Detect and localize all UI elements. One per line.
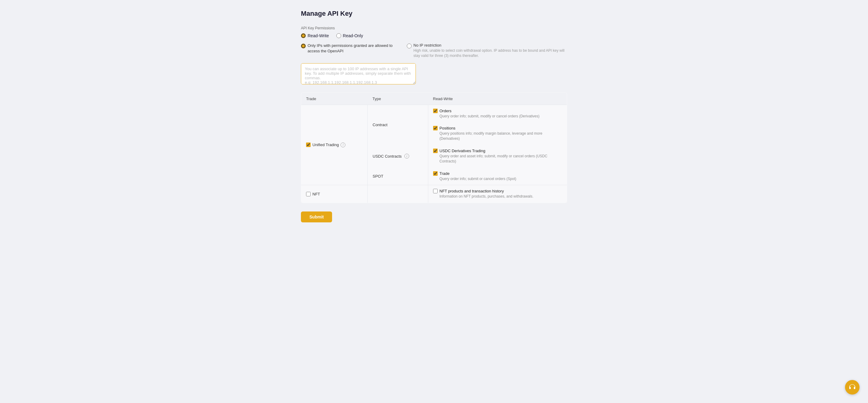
- only-ips-label: Only IPs with permissions granted are al…: [308, 43, 395, 54]
- only-ips-radio[interactable]: [301, 43, 306, 49]
- trade-checkbox-nft[interactable]: [306, 192, 311, 196]
- perm-desc: Query positions info; modify margin bala…: [439, 131, 562, 141]
- read-write-radio[interactable]: [301, 33, 306, 38]
- permission-item: OrdersQuery order info; submit, modify o…: [433, 108, 562, 119]
- submit-button[interactable]: Submit: [301, 212, 332, 222]
- perm-checkbox-trade[interactable]: [433, 171, 438, 176]
- perm-name: NFT products and transaction history: [439, 189, 504, 193]
- read-only-label: Read-Only: [343, 33, 363, 38]
- read-only-option[interactable]: Read-Only: [336, 33, 363, 38]
- no-ip-label: No IP restriction: [413, 43, 567, 48]
- info-icon[interactable]: i: [341, 143, 345, 147]
- ip-textarea[interactable]: [301, 63, 416, 85]
- perm-desc: Information on NFT products, purchases, …: [439, 194, 562, 199]
- perm-name: Positions: [439, 126, 456, 130]
- api-permissions-section: API Key Permissions Read-Write Read-Only…: [301, 26, 567, 93]
- permissions-table: Trade Type Read-Write Unified TradingiCo…: [301, 93, 567, 203]
- permission-item: TradeQuery order info; submit or cancel …: [433, 171, 562, 182]
- perm-checkbox-positions[interactable]: [433, 126, 438, 130]
- page-title: Manage API Key: [301, 10, 567, 18]
- permission-item: NFT products and transaction historyInfo…: [433, 189, 562, 199]
- permission-item: USDC Derivatives TradingQuery order and …: [433, 149, 562, 164]
- read-only-radio[interactable]: [336, 33, 341, 38]
- permission-type-group: Read-Write Read-Only: [301, 33, 567, 38]
- permission-item: PositionsQuery positions info; modify ma…: [433, 126, 562, 141]
- col-trade: Trade: [301, 93, 368, 105]
- perm-desc: Query order and asset info; submit, modi…: [439, 154, 562, 164]
- read-write-option[interactable]: Read-Write: [301, 33, 329, 38]
- only-ips-option[interactable]: Only IPs with permissions granted are al…: [301, 43, 395, 54]
- no-ip-option: No IP restriction High risk, unable to s…: [407, 43, 567, 58]
- no-ip-radio[interactable]: [407, 43, 412, 49]
- perm-name: Trade: [439, 171, 450, 176]
- perm-name: Orders: [439, 108, 452, 113]
- col-type: Type: [368, 93, 428, 105]
- col-readwrite: Read-Write: [428, 93, 567, 105]
- no-ip-desc: High risk, unable to select coin withdra…: [413, 48, 567, 58]
- trade-name: NFT: [312, 192, 320, 196]
- type-label: USDC Contractsi: [373, 154, 423, 158]
- perm-name: USDC Derivatives Trading: [439, 149, 486, 153]
- perm-desc: Query order info; submit, modify or canc…: [439, 114, 562, 119]
- type-info-icon[interactable]: i: [404, 154, 409, 158]
- type-label: SPOT: [373, 174, 423, 179]
- trade-checkbox-unified-trading[interactable]: [306, 143, 311, 147]
- perm-checkbox-nft-products-and-transaction-history[interactable]: [433, 189, 438, 193]
- trade-name: Unified Trading: [312, 143, 339, 147]
- ip-restriction-row: Only IPs with permissions granted are al…: [301, 43, 567, 58]
- perm-checkbox-orders[interactable]: [433, 108, 438, 113]
- perm-checkbox-usdc-derivatives-trading[interactable]: [433, 149, 438, 153]
- permissions-label: API Key Permissions: [301, 26, 567, 30]
- type-label: Contract: [373, 123, 423, 127]
- headset-icon: [849, 384, 856, 391]
- read-write-label: Read-Write: [308, 33, 329, 38]
- support-fab[interactable]: [845, 380, 860, 395]
- perm-desc: Query order info; submit or cancel order…: [439, 176, 562, 182]
